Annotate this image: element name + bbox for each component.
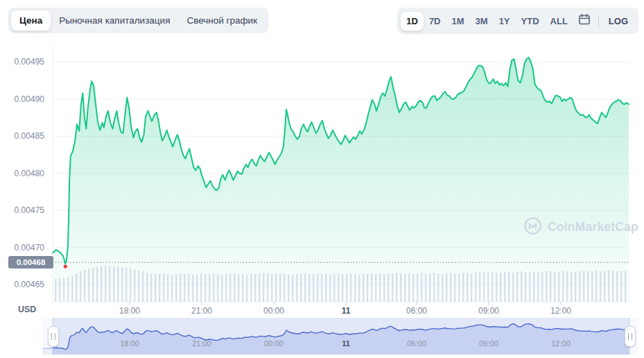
svg-text:21:00: 21:00 <box>192 339 211 348</box>
svg-text:0.00490: 0.00490 <box>15 94 45 104</box>
calendar-icon <box>578 13 591 28</box>
range-1m[interactable]: 1M <box>446 12 470 31</box>
svg-text:0.00475: 0.00475 <box>15 205 45 215</box>
range-ytd[interactable]: YTD <box>516 12 545 31</box>
grip-icon <box>51 333 55 340</box>
svg-text:06:00: 06:00 <box>406 306 427 316</box>
svg-text:00:00: 00:00 <box>264 339 284 348</box>
navigator <box>43 318 638 355</box>
range-1y[interactable]: 1Y <box>494 12 516 31</box>
svg-text:21:00: 21:00 <box>191 306 212 316</box>
svg-text:12:00: 12:00 <box>550 306 571 316</box>
open-price-badge: 0.00468 <box>8 256 53 268</box>
y-axis-labels: 0.004950.004900.004850.004800.004750.004… <box>15 57 45 289</box>
x-axis-labels: 18:0021:0000:001106:0009:0012:00 <box>119 302 571 316</box>
chart-view-tabs: Цена Рыночная капитализация Свечной граф… <box>8 8 268 33</box>
watermark-text: CoinMarketCap <box>548 220 638 235</box>
range-3m[interactable]: 3M <box>470 12 494 31</box>
price-chart-widget: Цена Рыночная капитализация Свечной граф… <box>0 0 644 358</box>
svg-text:0.00495: 0.00495 <box>15 57 45 67</box>
svg-text:18:00: 18:00 <box>119 306 140 316</box>
svg-text:0.00465: 0.00465 <box>15 280 45 289</box>
log-scale-toggle[interactable]: LOG <box>602 12 635 31</box>
range-all[interactable]: ALL <box>545 12 573 31</box>
tab-market-cap[interactable]: Рыночная капитализация <box>51 10 178 31</box>
tab-price[interactable]: Цена <box>11 10 51 31</box>
price-chart-canvas[interactable]: 0.004950.004900.004850.004800.004750.004… <box>0 0 644 358</box>
svg-text:0.00485: 0.00485 <box>15 131 45 141</box>
range-7d[interactable]: 7D <box>424 12 446 31</box>
currency-label: USD <box>18 305 36 314</box>
svg-text:09:00: 09:00 <box>479 339 498 348</box>
svg-text:0.00480: 0.00480 <box>15 169 45 178</box>
svg-text:12:00: 12:00 <box>551 339 571 348</box>
svg-text:09:00: 09:00 <box>478 306 499 316</box>
svg-text:00:00: 00:00 <box>263 306 284 316</box>
range-1d[interactable]: 1D <box>401 12 424 31</box>
navigator-left-handle[interactable] <box>48 326 59 347</box>
svg-text:0.00470: 0.00470 <box>15 243 45 253</box>
calendar-button[interactable] <box>573 10 595 31</box>
daily-low-marker <box>64 264 67 268</box>
tab-candlestick[interactable]: Свечной график <box>178 10 266 31</box>
svg-text:11: 11 <box>342 339 350 348</box>
svg-text:11: 11 <box>342 306 351 316</box>
svg-text:06:00: 06:00 <box>407 339 426 348</box>
time-range-tabs: 1D 7D 1M 3M 1Y YTD ALL LOG <box>397 8 638 34</box>
svg-text:18:00: 18:00 <box>120 339 139 348</box>
divider <box>598 15 599 27</box>
navigator-right-handle[interactable] <box>625 326 636 347</box>
watermark: CoinMarketCap <box>523 216 638 239</box>
grip-icon <box>628 333 632 340</box>
coinmarketcap-logo-icon <box>523 216 543 239</box>
